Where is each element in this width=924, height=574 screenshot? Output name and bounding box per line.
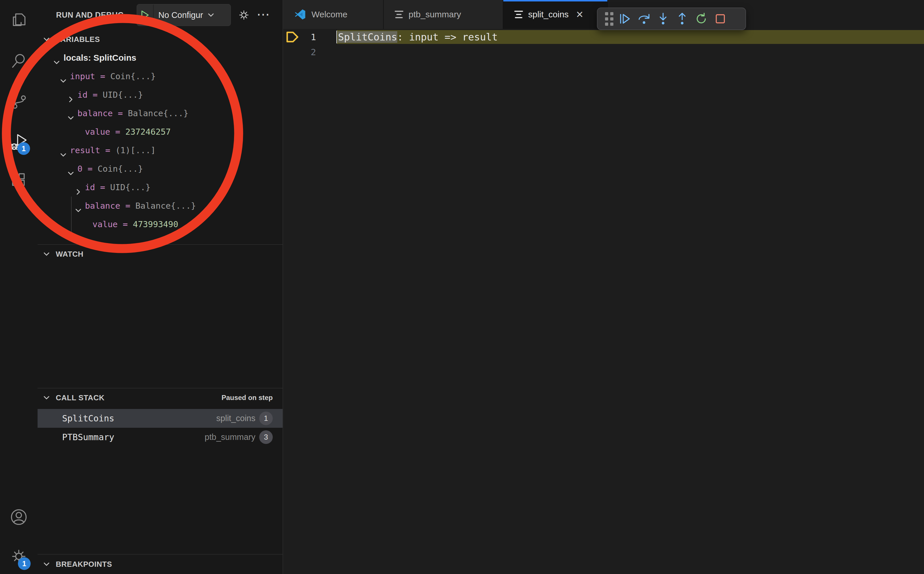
highlighted-token: SplitCoins <box>338 31 397 43</box>
tab-ptb-summary[interactable]: ptb_summary <box>384 0 503 29</box>
tree-row-result-0-balance-value[interactable]: value = 473993490 <box>38 215 283 233</box>
chevron-down-icon[interactable] <box>60 73 67 80</box>
breakpoints-label: BREAKPOINTS <box>56 555 112 573</box>
chevron-down-icon <box>43 36 50 43</box>
close-icon[interactable]: × <box>576 8 583 20</box>
watch-section-header[interactable]: WATCH <box>38 245 283 263</box>
more-actions-icon[interactable]: ⋯ <box>257 0 270 30</box>
tree-row-input-balance[interactable]: balance = Balance{...} <box>38 104 283 123</box>
frame-name: SplitCoins <box>62 409 115 428</box>
chevron-right-icon[interactable] <box>74 183 82 191</box>
variables-label: VARIABLES <box>56 30 100 49</box>
chevron-down-icon[interactable] <box>60 147 67 154</box>
settings-count-badge: 1 <box>18 557 31 570</box>
line-number: 1 <box>301 30 316 44</box>
debug-step-marker-icon <box>286 31 299 44</box>
start-debug-icon[interactable] <box>137 5 154 25</box>
frame-line-badge: 3 <box>259 430 273 444</box>
debug-stop-button[interactable] <box>711 9 730 28</box>
search-icon[interactable] <box>9 52 28 70</box>
chevron-right-icon[interactable] <box>67 91 74 99</box>
tab-label: Welcome <box>312 9 347 19</box>
section-divider <box>38 554 283 555</box>
vscode-logo-icon <box>294 8 306 20</box>
sidebar-header: RUN AND DEBUG No Configur ⋯ <box>38 0 283 30</box>
frame-source: ptb_summary <box>205 428 255 446</box>
debug-count-badge: 1 <box>17 142 30 155</box>
tree-row-result[interactable]: result = (1)[...] <box>38 141 283 159</box>
tree-row-result-0-balance[interactable]: balance = Balance{...} <box>38 197 283 215</box>
debug-settings-gear-icon[interactable] <box>238 9 250 21</box>
account-icon[interactable] <box>9 508 28 526</box>
code-line[interactable]: SplitCoins: input => result <box>338 30 498 44</box>
active-tab-accent <box>503 0 607 2</box>
editor-group: Welcome ptb_summary split_coins × 1 2 Sp… <box>283 0 924 574</box>
tree-row-input-balance-value[interactable]: value = 237246257 <box>38 123 283 141</box>
chevron-down-icon <box>207 11 215 19</box>
extensions-icon[interactable] <box>9 171 28 189</box>
chevron-down-icon[interactable] <box>67 110 74 117</box>
debug-step-out-button[interactable] <box>673 9 692 28</box>
tree-row-scope[interactable]: locals: SplitCoins <box>38 49 283 67</box>
frame-source: split_coins <box>216 409 255 428</box>
chevron-down-icon[interactable] <box>74 202 82 210</box>
call-stack-frame[interactable]: SplitCoins split_coins 1 <box>38 409 283 428</box>
file-list-icon <box>514 11 523 18</box>
activity-bar: 1 1 <box>0 0 38 574</box>
breakpoints-section-header[interactable]: BREAKPOINTS <box>38 555 283 573</box>
tab-label: split_coins <box>528 9 568 19</box>
code-text: : input => result <box>397 31 498 43</box>
source-control-icon[interactable] <box>9 91 28 110</box>
tree-row-input[interactable]: input = Coin{...} <box>38 67 283 85</box>
frame-name: PTBSummary <box>62 428 115 446</box>
debug-step-over-button[interactable] <box>634 9 653 28</box>
sidebar-title: RUN AND DEBUG <box>56 0 124 30</box>
vscode-window: 1 1 RUN AND DEBUG No Configur <box>0 0 924 574</box>
variables-section-header[interactable]: VARIABLES <box>38 30 283 49</box>
call-stack-label: CALL STACK <box>56 388 105 407</box>
paused-status: Paused on step <box>222 388 273 407</box>
tab-label: ptb_summary <box>409 9 461 19</box>
call-stack-section-header[interactable]: CALL STACK Paused on step <box>38 388 283 407</box>
line-number: 2 <box>301 45 316 59</box>
file-list-icon <box>395 11 403 18</box>
run-and-debug-sidebar: RUN AND DEBUG No Configur ⋯ VARIABLES <box>38 0 283 574</box>
debug-restart-button[interactable] <box>692 9 711 28</box>
debug-continue-button[interactable] <box>615 9 634 28</box>
debug-config-button[interactable]: No Configur <box>137 4 231 26</box>
grip-dots-icon <box>605 12 613 26</box>
toolbar-drag-handle[interactable] <box>603 9 615 28</box>
tree-row-result-0-id[interactable]: id = UID{...} <box>38 178 283 197</box>
watch-label: WATCH <box>56 245 83 263</box>
call-stack-frame[interactable]: PTBSummary ptb_summary 3 <box>38 428 283 446</box>
frame-line-badge: 1 <box>259 412 273 425</box>
tree-row-result-0[interactable]: 0 = Coin{...} <box>38 159 283 178</box>
chevron-down-icon <box>43 560 50 568</box>
text-cursor <box>336 31 337 43</box>
tree-row-input-id[interactable]: id = UID{...} <box>38 85 283 104</box>
chevron-down-icon <box>43 250 50 258</box>
debug-toolbar <box>597 8 746 30</box>
explorer-icon[interactable] <box>9 10 28 28</box>
tab-welcome[interactable]: Welcome <box>283 0 384 29</box>
chevron-down-icon[interactable] <box>53 54 60 62</box>
chevron-down-icon <box>43 394 50 401</box>
chevron-down-icon[interactable] <box>67 165 74 173</box>
tab-split-coins[interactable]: split_coins × <box>503 0 608 29</box>
debug-config-label: No Configur <box>158 10 203 20</box>
debug-step-into-button[interactable] <box>653 9 673 28</box>
